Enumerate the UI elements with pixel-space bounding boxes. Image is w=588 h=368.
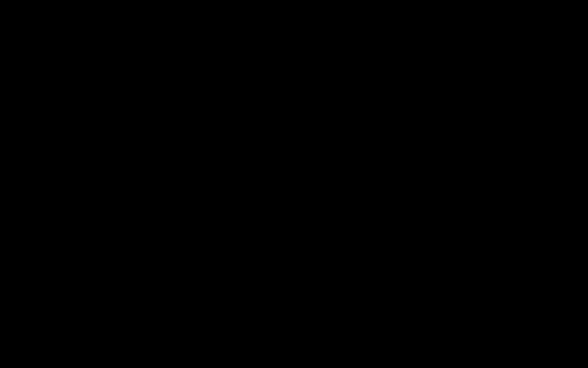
chart-container <box>0 0 588 368</box>
plot-area <box>23 30 583 354</box>
